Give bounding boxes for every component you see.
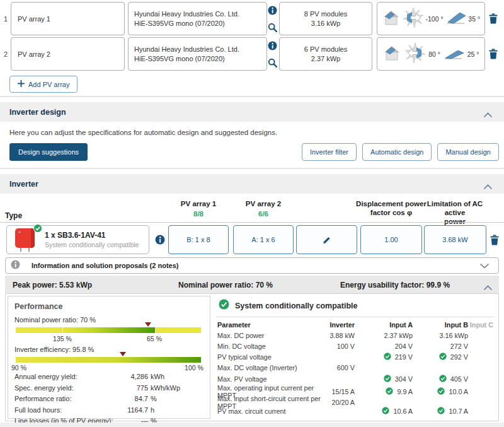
ac-limit-value: 3.68 kW <box>442 236 467 243</box>
inverter-value: 20/20 A <box>321 399 355 406</box>
stat-unit: kWh/kWp <box>151 384 180 392</box>
chevron-down-icon[interactable] <box>479 260 490 271</box>
check-circle-icon <box>386 387 393 396</box>
col-input-b: Input B <box>420 321 468 329</box>
param-name: Max. DC voltage (Inverter) <box>216 364 321 371</box>
table-rule <box>216 317 495 317</box>
inverter-value: 3.88 kW <box>321 332 355 339</box>
delete-icon[interactable] <box>489 49 498 62</box>
info-icon[interactable] <box>155 235 165 247</box>
delete-icon[interactable] <box>489 13 498 26</box>
section-divider <box>0 96 504 97</box>
inverter-header[interactable]: Inverter <box>0 174 504 194</box>
column-title: Limitation of AC active <box>416 199 494 217</box>
input-b-value: 10.7 A <box>449 407 468 415</box>
column-title: PV array 2 <box>233 199 294 208</box>
compatibility-title: System conditionally compatible <box>235 301 358 310</box>
tilt-icon <box>443 45 464 63</box>
section-divider <box>0 168 504 169</box>
cos-phi-box[interactable]: 1.00 <box>360 225 422 254</box>
gauge-tick-label: 135 % <box>47 335 78 342</box>
chevron-up-icon[interactable] <box>483 181 493 192</box>
section-title: Inverter design <box>9 108 66 117</box>
input-b-value: 272 V <box>450 342 468 350</box>
table-row: Max. operating input current per MPPT 15… <box>216 384 495 395</box>
modules-power: 3.16 kWp <box>280 19 372 28</box>
col-parameter: Parameter <box>216 321 321 329</box>
pencil-icon <box>322 235 331 245</box>
search-icon[interactable] <box>268 58 278 70</box>
delete-icon[interactable] <box>490 235 499 248</box>
ac-limit-box[interactable]: 3.68 kW <box>424 225 486 254</box>
check-circle-icon <box>437 387 445 396</box>
gauge-tick-label: 90 % <box>3 364 35 371</box>
details-panel: Performance Nominal power ratio: 70 % 13… <box>5 293 499 421</box>
inverter-type-box[interactable]: 1 x SB3.6-1AV-41 System conditionally co… <box>6 225 149 254</box>
info-icon[interactable] <box>268 6 278 18</box>
input-b-config: B: 1 x 8 <box>186 236 210 243</box>
info-proposals-bar[interactable]: Information and solution proposals (2 no… <box>5 257 499 274</box>
row-number: 2 <box>4 50 8 58</box>
input-a-value: 304 V <box>395 375 413 383</box>
section-title: Inverter <box>9 180 38 189</box>
col-input-c: Input C <box>468 321 495 329</box>
input-b-config-box[interactable]: B: 1 x 8 <box>168 225 229 254</box>
pv-array-row: 2 PV array 2 Hyundai Heavy Industries Co… <box>0 37 504 71</box>
chevron-up-icon[interactable] <box>483 282 493 293</box>
row-icons <box>268 6 278 40</box>
compatibility-table: System conditionally compatible Paramete… <box>216 299 495 417</box>
input-b-value: 405 V <box>450 375 468 383</box>
type-column-label: Type <box>5 211 22 220</box>
orientation-box[interactable]: -100 ° 35 ° <box>377 2 485 35</box>
modules-box[interactable]: 8 PV modules 3.16 kWp <box>279 2 372 35</box>
design-suggestions-button[interactable]: Design suggestions <box>9 143 88 161</box>
inverter-design-header[interactable]: Inverter design <box>0 102 504 122</box>
module-product-box[interactable]: Hyundai Heavy Industries Co. Ltd. HiE-S3… <box>128 37 267 71</box>
automatic-design-button[interactable]: Automatic design <box>362 143 432 161</box>
edit-config-box[interactable] <box>296 225 357 254</box>
summary-bar[interactable]: Peak power: 5.53 kWp Nominal power ratio… <box>5 276 499 293</box>
stat-label: Spec. energy yield: <box>14 384 114 392</box>
roof-icon <box>382 9 401 29</box>
pv-array-2-column-header: PV array 2 6/6 <box>233 199 294 219</box>
inverter-efficiency-label: Inverter efficiency: 95.8 % <box>14 346 94 353</box>
inverter-value: 100 V <box>321 342 355 350</box>
add-pv-array-button[interactable]: Add PV array <box>9 76 77 93</box>
stat-value: 84.7 <box>114 395 148 402</box>
array-name-input[interactable]: PV array 2 <box>11 37 125 71</box>
performance-box: Performance Nominal power ratio: 70 % 13… <box>8 296 210 419</box>
input-b-value: 10.0 A <box>449 388 468 395</box>
manufacturer: Hyundai Heavy Industries Co. Ltd. <box>134 45 266 54</box>
tilt-value: 25 ° <box>467 50 479 58</box>
module-product-box[interactable]: Hyundai Heavy Industries Co. Ltd. HiE-S3… <box>128 2 267 35</box>
gauge-tick-label: 100 % <box>178 364 210 371</box>
azimuth-value: 80 ° <box>428 50 440 58</box>
table-row: Max. input short-circuit current per MPP… <box>216 395 495 406</box>
stat-unit: kWh <box>151 373 164 380</box>
column-title: power <box>416 217 494 226</box>
manual-design-button[interactable]: Manual design <box>437 143 499 161</box>
inverter-value: 600 V <box>321 364 355 371</box>
table-row: Min. DC voltage 100 V 204 V 272 V <box>216 341 495 351</box>
gauge-tick <box>62 327 63 333</box>
search-icon[interactable] <box>268 23 278 35</box>
table-row: Max. DC power 3.88 kW 2.37 kWp 3.16 kWp <box>216 330 495 341</box>
stat-label: Annual energy yield: <box>14 373 114 380</box>
array-name-input[interactable]: PV array 1 <box>11 2 125 35</box>
stat-row: Performance ratio: 84.7 % <box>14 395 203 402</box>
modules-box[interactable]: 6 PV modules 2.37 kWp <box>279 37 372 71</box>
tilt-value: 35 ° <box>468 15 480 23</box>
chevron-up-icon[interactable] <box>483 109 493 120</box>
orientation-box[interactable]: 80 ° 25 ° <box>377 37 485 71</box>
info-icon[interactable] <box>268 41 278 53</box>
input-a-config-box[interactable]: A: 1 x 6 <box>233 225 294 254</box>
input-b-value: 3.16 kWp <box>439 332 468 339</box>
sunny-design-screen: 1 PV array 1 Hyundai Heavy Industries Co… <box>0 0 504 427</box>
row-number: 1 <box>4 15 8 23</box>
inverter-filter-button[interactable]: Inverter filter <box>302 143 357 161</box>
azimuth-value: -100 ° <box>426 15 444 23</box>
modules-count: 6 PV modules <box>280 45 372 54</box>
compass-icon <box>403 7 424 31</box>
table-row: Max. PV voltage 304 V 405 V <box>216 373 495 384</box>
next-section-edge <box>0 423 504 427</box>
